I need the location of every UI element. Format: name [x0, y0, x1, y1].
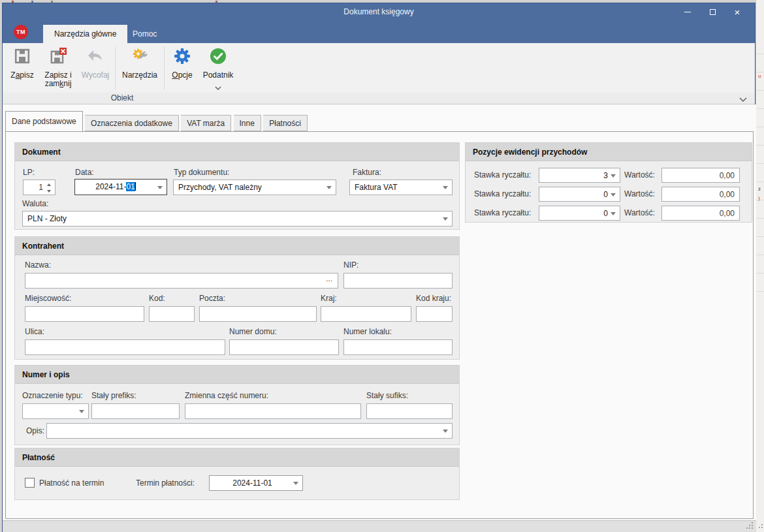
staly-sufiks-input[interactable] — [366, 403, 453, 419]
ribbon: Zapisz Zapisz i zamknij — [3, 43, 755, 104]
kod-label: Kod: — [149, 294, 165, 303]
group-kontrahent: Kontrahent Nazwa: NIP: ... Miejscowość: … — [14, 236, 460, 360]
ribbon-button-podatnik[interactable]: Podatnik — [198, 45, 238, 92]
termin-platnosci-date-combo[interactable]: 2024-11-01 — [209, 475, 303, 491]
wartosc-input[interactable]: 0,00 — [661, 206, 740, 221]
stawka-ryczaltu-label: Stawka ryczałtu: — [474, 208, 531, 217]
combo-value: 0 — [544, 209, 608, 219]
resize-grip[interactable] — [745, 522, 753, 530]
dropdown-arrow-icon — [326, 186, 332, 189]
maximize-button[interactable] — [700, 3, 725, 21]
lp-stepper[interactable]: 1 — [23, 180, 56, 195]
document-tab-strip: Dane podstawowe Oznaczenia dodatkowe VAT… — [5, 111, 308, 131]
ribbon-tab-pomoc[interactable]: Pomoc — [121, 25, 168, 43]
nazwa-label: Nazwa: — [25, 260, 51, 270]
tab-oznaczenia-dodatkowe[interactable]: Oznaczenia dodatkowe — [85, 115, 179, 131]
ribbon-button-label: Wycofaj — [77, 71, 114, 80]
zmienna-czesc-numeru-label: Zmienna część numeru: — [185, 391, 268, 400]
platnosc-na-termin-label: Płatność na termin — [39, 478, 104, 488]
dropdown-arrow-icon — [611, 174, 616, 178]
group-dokument: Dokument LP: Data: Typ dokumentu: Faktur… — [14, 142, 460, 230]
ribbon-button-zapisz-i-zamknij[interactable]: Zapisz i zamknij — [39, 45, 77, 92]
combo-value: PLN - Złoty — [27, 214, 440, 224]
kod-kraju-input[interactable] — [416, 306, 453, 322]
staly-prefiks-label: Stały prefiks: — [91, 391, 136, 400]
typ-dokumentu-label: Typ dokumentu: — [174, 168, 229, 177]
waluta-combo[interactable]: PLN - Złoty — [22, 211, 453, 227]
ribbon-button-label: Opcje — [167, 71, 198, 80]
ulica-input[interactable] — [25, 339, 225, 355]
stawka-ryczaltu-label: Stawka ryczałtu: — [474, 189, 531, 198]
miejscowosc-input[interactable] — [25, 306, 144, 322]
dropdown-arrow-icon — [443, 430, 448, 433]
faktura-combo[interactable]: Faktura VAT — [349, 180, 453, 195]
wartosc-label: Wartość: — [624, 189, 655, 198]
save-close-icon — [50, 48, 67, 65]
kod-kraju-label: Kod kraju: — [416, 294, 451, 303]
numer-lokalu-input[interactable] — [343, 339, 453, 355]
termin-platnosci-label: Termin płatności: — [136, 478, 195, 488]
collapse-ribbon-chevron-icon[interactable] — [739, 95, 747, 104]
kraj-input[interactable] — [321, 306, 411, 322]
poczta-input[interactable] — [199, 306, 317, 322]
zmienna-czesc-numeru-input[interactable] — [185, 403, 361, 419]
combo-value: 0 — [544, 190, 608, 200]
ribbon-button-zapisz[interactable]: Zapisz — [5, 45, 39, 92]
platnosc-na-termin-checkbox[interactable] — [25, 478, 35, 488]
combo-value: 2024-11-01 — [214, 478, 291, 488]
faktura-label: Faktura: — [353, 168, 381, 177]
kod-input[interactable] — [149, 306, 195, 322]
nip-input[interactable] — [343, 273, 453, 289]
ribbon-group-caption-row: Obiekt — [3, 93, 755, 104]
ribbon-tab-narzedzia-glowne[interactable]: Narzędzia główne — [43, 25, 127, 43]
group-pozycje-ewidencji: Pozycje ewidencji przychodów Stawka rycz… — [465, 142, 752, 223]
wartosc-input[interactable]: 0,00 — [661, 168, 740, 183]
numer-domu-input[interactable] — [229, 339, 339, 355]
spin-down-button[interactable] — [47, 190, 51, 193]
app-menu-button[interactable]: TM — [14, 25, 28, 39]
background-fragment: ) — [758, 196, 761, 200]
wartosc-value: 0,00 — [720, 190, 735, 199]
spin-up-button[interactable] — [47, 183, 51, 186]
dialog-dokument-ksiegowy: Dokument księgowy × TM Narzędzia główne … — [2, 3, 756, 532]
window-title: Dokument księgowy — [3, 7, 755, 16]
staly-prefiks-input[interactable] — [91, 403, 180, 419]
stawka-ryczaltu-combo[interactable]: 0 — [539, 187, 620, 202]
dropdown-arrow-icon — [79, 410, 84, 413]
stawka-ryczaltu-combo[interactable]: 0 — [539, 206, 620, 221]
tab-platnosci[interactable]: Płatności — [263, 115, 308, 131]
ribbon-button-label: Zapisz i zamknij — [39, 71, 77, 88]
dropdown-arrow-icon[interactable] — [157, 186, 163, 189]
wartosc-input[interactable]: 0,00 — [661, 187, 740, 202]
data-label: Data: — [75, 168, 94, 177]
tab-inne[interactable]: Inne — [234, 115, 261, 131]
tab-dane-podstawowe[interactable]: Dane podstawowe — [5, 111, 83, 131]
stawka-ryczaltu-combo[interactable]: 3 — [539, 168, 620, 183]
data-date-field[interactable]: 2024-11-01 — [74, 179, 167, 195]
typ-dokumentu-combo[interactable]: Przychody, VAT należny — [173, 180, 336, 195]
nazwa-input[interactable]: ... — [25, 273, 338, 289]
oznaczenie-typu-combo[interactable] — [22, 403, 89, 419]
status-bar — [3, 520, 756, 532]
numer-lokalu-label: Numer lokalu: — [343, 327, 392, 336]
ribbon-button-narzedzia[interactable]: Narzędzia — [118, 45, 162, 92]
selected-text: 01 — [126, 182, 135, 191]
wartosc-label: Wartość: — [624, 208, 655, 217]
text-caret — [135, 182, 136, 191]
close-button[interactable]: × — [725, 3, 750, 21]
tools-icon — [131, 48, 148, 65]
ribbon-button-opcje[interactable]: Opcje — [167, 45, 198, 92]
group-header: Pozycje ewidencji przychodów — [466, 143, 752, 161]
miejscowosc-label: Miejscowość: — [25, 294, 71, 303]
ribbon-button-wycofaj: Wycofaj — [77, 45, 114, 92]
group-header: Dokument — [15, 143, 459, 161]
ulica-label: Ulica: — [25, 327, 44, 336]
ribbon-button-label: Podatnik — [198, 71, 238, 80]
ellipsis-button[interactable]: ... — [323, 275, 335, 287]
tab-vat-marza[interactable]: VAT marża — [181, 115, 231, 131]
separator — [164, 47, 165, 90]
lp-value: 1 — [39, 183, 43, 192]
minimize-button[interactable] — [675, 3, 700, 21]
opis-combo[interactable] — [46, 423, 453, 439]
ribbon-button-label: Narzędzia — [118, 71, 162, 80]
